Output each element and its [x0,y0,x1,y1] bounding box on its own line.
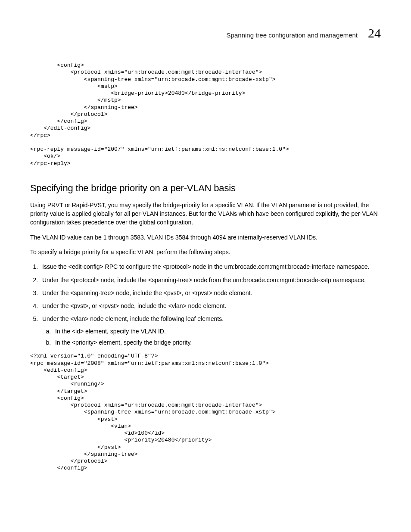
step-2: Under the <protocol> node, include the <… [40,276,381,284]
paragraph-steps-intro: To specify a bridge priority for a speci… [30,248,381,256]
paragraph-intro: Using PRVT or Rapid-PVST, you may specif… [30,201,381,227]
header-title: Spanning tree configuration and manageme… [227,31,358,39]
section-heading: Specifying the bridge priority on a per-… [30,183,381,194]
code-block-mstp-reply: <config> <protocol xmlns="urn:brocade.co… [30,62,381,167]
steps-list: Issue the <edit-config> RPC to configure… [30,262,381,347]
page-header: Spanning tree configuration and manageme… [30,26,381,40]
step-3: Under the <spanning-tree> node, include … [40,289,381,297]
substep-b: In the <priority> element, specify the b… [53,338,381,347]
substep-a: In the <id> element, specify the VLAN ID… [53,327,381,336]
step-4: Under the <pvst>, or <rpvst> node, inclu… [40,302,381,310]
code-block-pvst-config: <?xml version="1.0" encoding="UTF-8"?> <… [30,353,381,472]
chapter-number: 24 [368,26,381,40]
step-5-text: Under the <vlan> node element, include t… [42,315,224,322]
step-1: Issue the <edit-config> RPC to configure… [40,262,381,271]
paragraph-vlan-range: The VLAN ID value can be 1 through 3583.… [30,233,381,242]
step-5: Under the <vlan> node element, include t… [40,314,381,347]
substeps-list: In the <id> element, specify the VLAN ID… [42,327,381,347]
